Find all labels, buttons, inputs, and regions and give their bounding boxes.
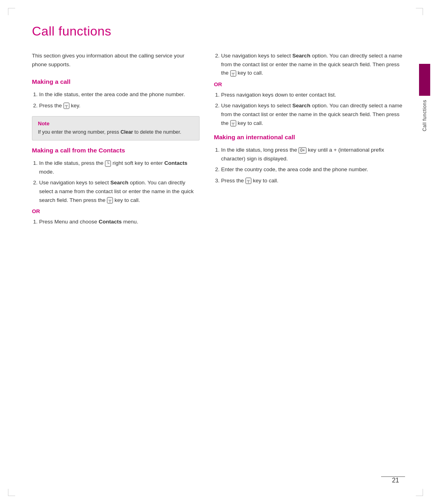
contacts-step-2: Use navigation keys to select Search opt…	[39, 178, 200, 204]
contacts-steps-1: In the idle status, press the └ right so…	[32, 159, 200, 204]
two-column-layout: This section gives you information about…	[32, 51, 403, 230]
international-step-1: In the idle status, long press the 0+ ke…	[221, 146, 403, 163]
making-a-call-step-1: In the idle status, enter the area code …	[39, 90, 200, 99]
search-bold-3: Search	[293, 103, 310, 109]
making-a-call-heading: Making a call	[32, 78, 200, 85]
left-column: This section gives you information about…	[32, 51, 200, 230]
send-key-icon-5: ┬	[245, 178, 251, 184]
corner-mark-tr	[416, 8, 423, 15]
send-key-icon: ┬	[63, 103, 69, 109]
page-title: Call functions	[32, 24, 403, 39]
making-a-call-steps: In the idle status, enter the area code …	[32, 90, 200, 110]
right-column: Use navigation keys to select Search opt…	[214, 51, 403, 230]
send-key-icon-3: ┬	[230, 70, 236, 77]
section-contacts: Making a call from the Contacts In the i…	[32, 147, 200, 226]
corner-mark-bl	[8, 489, 15, 496]
corner-mark-br	[416, 489, 423, 496]
right-col-search-section: Use navigation keys to select Search opt…	[214, 51, 403, 127]
contacts-steps-2: Press Menu and choose Contacts menu.	[32, 217, 200, 226]
contacts-step-1: In the idle status, press the └ right so…	[39, 159, 200, 176]
send-key-icon-4: ┬	[230, 120, 236, 126]
contacts-heading: Making a call from the Contacts	[32, 147, 200, 154]
international-step-2: Enter the country code, the area code an…	[221, 165, 403, 174]
right-col-step-press-nav: Press navigation keys down to enter cont…	[221, 91, 403, 99]
menu-key-icon: └	[105, 160, 111, 167]
note-title: Note	[38, 121, 194, 126]
international-step-3: Press the ┬ key to call.	[221, 176, 403, 185]
search-bold-1: Search	[111, 180, 129, 186]
or-label-1: OR	[32, 208, 200, 214]
corner-mark-tl	[8, 8, 15, 15]
contacts-menu-bold: Contacts	[99, 219, 122, 225]
or-label-2: OR	[214, 81, 403, 87]
section-making-a-call: Making a call In the idle status, enter …	[32, 78, 200, 140]
side-tab-bar	[419, 64, 430, 96]
page-container: Call functions 21 Call functions This se…	[0, 0, 431, 504]
send-key-icon-2: ┬	[107, 197, 113, 204]
intro-paragraph: This section gives you information about…	[32, 51, 200, 69]
contacts-step-menu: Press Menu and choose Contacts menu.	[39, 217, 200, 226]
zero-key-icon: 0+	[299, 147, 306, 154]
note-text: If you enter the wrong number, press Cle…	[38, 128, 194, 136]
right-col-steps-2: Press navigation keys down to enter cont…	[214, 91, 403, 127]
right-col-steps-1: Use navigation keys to select Search opt…	[214, 51, 403, 77]
making-a-call-step-2: Press the ┬ key.	[39, 101, 200, 110]
page-number: 21	[392, 477, 399, 484]
right-col-step-1: Use navigation keys to select Search opt…	[221, 51, 403, 77]
contacts-bold: Contacts	[164, 160, 188, 166]
side-tab-text: Call functions	[422, 100, 427, 131]
clear-bold: Clear	[121, 129, 133, 135]
note-box: Note If you enter the wrong number, pres…	[32, 116, 200, 140]
right-col-step-search: Use navigation keys to select Search opt…	[221, 101, 403, 127]
international-steps: In the idle status, long press the 0+ ke…	[214, 146, 403, 185]
international-heading: Making an international call	[214, 134, 403, 141]
search-bold-2: Search	[293, 53, 310, 59]
side-tab: Call functions	[418, 64, 431, 131]
section-international: Making an international call In the idle…	[214, 134, 403, 185]
